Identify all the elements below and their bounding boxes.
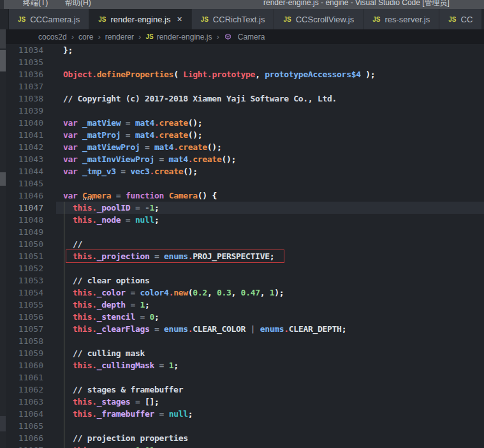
code-line[interactable]: 11057 this._clearFlags = enums.CLEAR_COL…: [0, 323, 484, 335]
code-text: // stages & framebuffer: [63, 384, 183, 396]
tab-label: CC: [461, 15, 473, 24]
code-text: this._color = color4.new(0.2, 0.3, 0.47,…: [63, 287, 284, 299]
code-text: var Camera = function Camera() {: [63, 190, 217, 202]
tab-label: CCRichText.js: [213, 15, 265, 24]
code-line[interactable]: 11058: [0, 335, 484, 347]
code-editor[interactable]: 11034};1103511036Object.defineProperties…: [0, 44, 484, 448]
code-line[interactable]: 11046var Camera = function Camera() {: [0, 190, 484, 202]
code-text: var _matInvViewProj = mat4.create();: [63, 153, 236, 165]
line-number: 11061: [0, 371, 43, 384]
line-number: 11065: [0, 420, 43, 432]
code-line[interactable]: 11051 this._projection = enums.PROJ_PERS…: [0, 250, 484, 262]
tab-CCRichText.js[interactable]: JSCCRichText.js: [192, 9, 275, 29]
line-number: 11058: [0, 335, 43, 347]
code-text: // projection properties: [63, 432, 188, 444]
code-line[interactable]: 11064 this._framebuffer = null;: [0, 408, 484, 420]
line-number: 11055: [0, 299, 43, 311]
code-line[interactable]: 11044var _tmp_v3 = vec3.create();: [0, 165, 484, 177]
code-line[interactable]: 11056 this._stencil = 0;: [0, 311, 484, 323]
tab-res-server.js[interactable]: JSres-server.js: [363, 9, 439, 29]
chevron-right-icon: ›: [216, 32, 219, 41]
tab-render-engine.js[interactable]: JSrender-engine.js×: [89, 9, 191, 29]
menu-bar: 终端(T) 帮助(H) render-engine.js - engine - …: [0, 0, 484, 9]
close-icon[interactable]: ×: [177, 15, 182, 24]
indent-guide: [64, 335, 64, 347]
code-line[interactable]: 11053 // clear options: [0, 274, 484, 287]
line-number: 11056: [0, 311, 43, 323]
line-number: 11051: [0, 250, 43, 262]
code-line[interactable]: 11036Object.defineProperties( Light.prot…: [0, 68, 484, 80]
code-line[interactable]: 11043var _matInvViewProj = mat4.create()…: [0, 153, 484, 165]
code-line[interactable]: 11048 this._node = null;: [0, 214, 484, 226]
code-line[interactable]: 11037: [0, 80, 484, 93]
js-icon: JS: [283, 16, 291, 23]
code-line[interactable]: 11054 this._color = color4.new(0.2, 0.3,…: [0, 287, 484, 299]
code-text: var _matViewProj = mat4.create();: [63, 141, 221, 153]
code-line[interactable]: 11049: [0, 226, 484, 238]
code-line[interactable]: 11041var _matProj = mat4.create();: [0, 129, 484, 141]
code-line[interactable]: 11065: [0, 420, 484, 432]
code-text: this._depth = 1;: [63, 299, 150, 311]
menu-item-help[interactable]: 帮助(H): [65, 0, 91, 9]
code-line[interactable]: 11047 this._poolID = -1;: [0, 202, 484, 214]
line-number: 11052: [0, 262, 43, 274]
code-text: this._stencil = 0;: [63, 311, 159, 323]
line-number: 11067: [0, 444, 43, 448]
code-line[interactable]: 11067 this._near = 0.01;: [0, 444, 484, 448]
code-text: this._framebuffer = null;: [63, 408, 193, 420]
code-text: var _tmp_v3 = vec3.create();: [63, 165, 198, 177]
chevron-right-icon: ›: [138, 32, 141, 41]
line-number: 11045: [0, 177, 43, 190]
menu-item-terminal[interactable]: 终端(T): [23, 0, 48, 9]
code-text: this._clearFlags = enums.CLEAR_COLOR | e…: [63, 323, 346, 335]
breadcrumb-item-renderer[interactable]: renderer: [105, 33, 134, 41]
symbol-class-icon: [224, 33, 235, 41]
code-line[interactable]: 11034};: [0, 44, 484, 56]
code-line[interactable]: 11052: [0, 262, 484, 274]
breadcrumb-item-symbol[interactable]: Camera: [238, 33, 265, 41]
tabbar-left-gap: [0, 9, 9, 29]
js-icon: JS: [18, 16, 26, 23]
line-number: 11046: [0, 190, 43, 202]
strip-block: [0, 29, 6, 49]
tab-CCScrollView.js[interactable]: JSCCScrollView.js: [274, 9, 363, 29]
code-line[interactable]: 11060 this._cullingMask = 1;: [0, 359, 484, 371]
tab-CC[interactable]: JSCC: [439, 9, 482, 29]
chevron-right-icon: ›: [98, 32, 100, 41]
line-number: 11040: [0, 117, 43, 129]
breadcrumb: cocos2d›core›renderer›JSrender-engine.js…: [0, 29, 484, 44]
line-number: 11057: [0, 323, 43, 335]
code-line[interactable]: 11062 // stages & framebuffer: [0, 384, 484, 396]
breadcrumb-item-cocos2d[interactable]: cocos2d: [38, 33, 67, 41]
code-line[interactable]: 11040var _matView = mat4.create();: [0, 117, 484, 129]
code-line[interactable]: 11042var _matViewProj = mat4.create();: [0, 141, 484, 153]
code-line[interactable]: 11055 this._depth = 1;: [0, 299, 484, 311]
code-text: this._poolID = -1;: [63, 202, 159, 214]
code-line[interactable]: 11050 //: [0, 238, 484, 250]
code-line[interactable]: 11038// Copyright (c) 2017-2018 Xiamen Y…: [0, 93, 484, 105]
js-icon: JS: [372, 16, 380, 23]
line-number: 11042: [0, 141, 43, 153]
line-number: 11041: [0, 129, 43, 141]
strip-block: [0, 416, 6, 431]
code-text: //: [63, 238, 82, 250]
code-line[interactable]: 11045: [0, 177, 484, 190]
code-text: this._cullingMask = 1;: [63, 359, 179, 371]
code-text: // clear options: [63, 274, 150, 287]
chevron-right-icon: ›: [71, 32, 74, 41]
breadcrumb-item-core[interactable]: core: [78, 33, 93, 41]
tab-label: res-server.js: [385, 15, 430, 24]
code-line[interactable]: 11063 this._stages = [];: [0, 396, 484, 408]
line-number: 11035: [0, 56, 43, 68]
code-text: var _matProj = mat4.create();: [63, 129, 202, 141]
vscode-window: 终端(T) 帮助(H) render-engine.js - engine - …: [0, 0, 484, 448]
line-number: 11049: [0, 226, 43, 238]
code-line[interactable]: 11061: [0, 371, 484, 384]
code-line[interactable]: 11039: [0, 105, 484, 117]
tab-CCCamera.js[interactable]: JSCCCamera.js: [9, 9, 89, 29]
code-line[interactable]: 11059 // culling mask: [0, 347, 484, 359]
code-line[interactable]: 11035: [0, 56, 484, 68]
line-number: 11034: [0, 44, 43, 56]
code-line[interactable]: 11066 // projection properties: [0, 432, 484, 444]
breadcrumb-item-file[interactable]: render-engine.js: [157, 33, 212, 41]
